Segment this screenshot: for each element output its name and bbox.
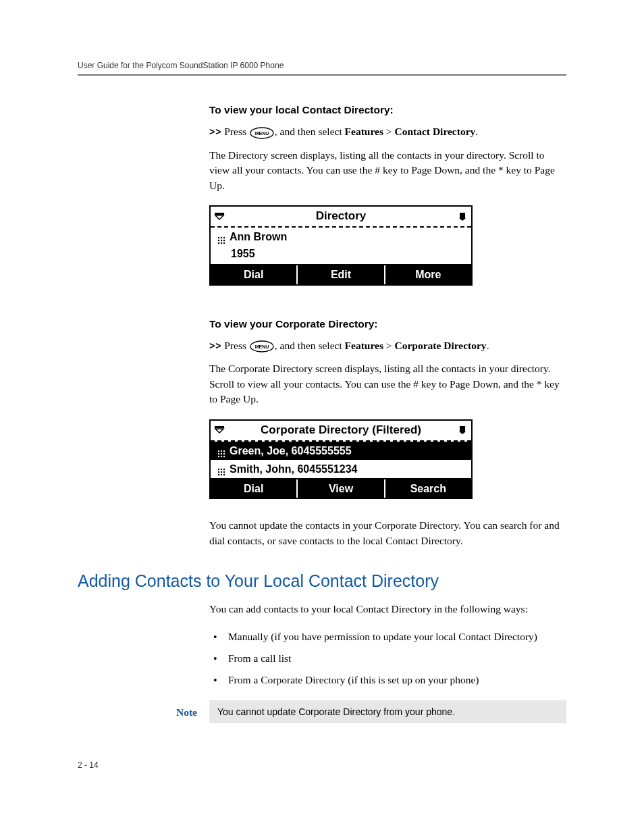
- lcd-row-1: Ann Brown: [211, 228, 471, 246]
- svg-point-22: [223, 453, 225, 454]
- svg-point-18: [221, 450, 222, 452]
- svg-point-17: [218, 450, 219, 452]
- bullet-1: Manually (if you have permission to upda…: [209, 629, 566, 644]
- svg-point-29: [218, 471, 219, 473]
- svg-point-5: [221, 236, 222, 238]
- note-label: Note: [78, 700, 209, 723]
- lcd-title: Directory: [225, 208, 456, 225]
- svg-point-8: [221, 239, 222, 240]
- softkey-dial: Dial: [211, 265, 298, 284]
- step-corpdir: Corporate Directory: [394, 340, 486, 351]
- section-heading: Adding Contacts to Your Local Contact Di…: [78, 571, 566, 591]
- svg-point-4: [218, 236, 219, 238]
- svg-point-10: [218, 242, 219, 243]
- para-intro: You can add contacts to your local Conta…: [209, 602, 566, 617]
- bullet-list: Manually (if you have permission to upda…: [209, 629, 566, 688]
- svg-point-9: [223, 239, 225, 240]
- contact-icon: [217, 465, 225, 473]
- lcd-row-name: Ann Brown: [230, 229, 287, 244]
- lcd-row-text: Smith, John, 6045551234: [230, 461, 357, 477]
- svg-rect-16: [460, 426, 465, 432]
- svg-point-26: [218, 469, 219, 470]
- step-corp: >> Press MENU , and then select Features…: [209, 338, 566, 353]
- svg-text:MENU: MENU: [255, 131, 269, 136]
- step-press: Press: [224, 126, 249, 137]
- para-local: The Directory screen displays, listing a…: [209, 148, 566, 193]
- softkey-view: View: [298, 479, 385, 498]
- step-press: Press: [224, 340, 249, 351]
- svg-point-32: [218, 474, 219, 475]
- contact-icon: [217, 446, 225, 454]
- step-end: .: [487, 340, 489, 351]
- note-block: Note You cannot update Corporate Directo…: [78, 700, 566, 723]
- softkey-more: More: [385, 265, 471, 284]
- svg-point-34: [223, 474, 225, 475]
- svg-point-27: [221, 469, 222, 470]
- svg-point-20: [218, 453, 219, 454]
- softkey-edit: Edit: [298, 265, 385, 284]
- svg-point-11: [221, 242, 222, 243]
- subhead-local-dir: To view your local Contact Directory:: [209, 103, 566, 118]
- para-after-lcd2: You cannot update the contacts in your C…: [209, 518, 566, 548]
- lcd-row-number: 1955: [211, 246, 471, 264]
- svg-point-6: [223, 236, 225, 238]
- scroll-icon: [456, 211, 468, 222]
- softkey-search: Search: [385, 479, 471, 498]
- home-icon: [213, 211, 225, 222]
- home-icon: [213, 425, 225, 436]
- lcd-row-2: Smith, John, 6045551234: [211, 460, 471, 478]
- bullet-2: From a call list: [209, 651, 566, 666]
- step-end: .: [475, 126, 478, 137]
- lcd-title: Corporate Directory (Filtered): [225, 422, 456, 439]
- svg-point-19: [223, 450, 225, 452]
- svg-point-12: [223, 242, 225, 243]
- lcd-row-1: Green, Joe, 6045555555: [211, 442, 471, 460]
- scroll-icon: [456, 425, 468, 436]
- step-gt: >: [383, 126, 395, 137]
- svg-text:MENU: MENU: [255, 344, 269, 349]
- svg-rect-2: [215, 213, 224, 215]
- step-gt: >: [383, 340, 395, 351]
- lcd-corp-directory: Corporate Directory (Filtered) Green, Jo…: [209, 419, 473, 499]
- note-text: You cannot update Corporate Directory fr…: [209, 700, 566, 723]
- svg-point-23: [218, 456, 219, 457]
- svg-point-7: [218, 239, 219, 240]
- menu-key-icon: MENU: [249, 127, 275, 139]
- step-chevron: >>: [209, 340, 221, 351]
- page-number: 2 - 14: [78, 760, 99, 770]
- svg-point-31: [223, 471, 225, 473]
- lcd-directory: Directory Ann Brown 1955: [209, 205, 473, 285]
- svg-rect-3: [460, 213, 465, 218]
- step-local: >> Press MENU , and then select Features…: [209, 124, 566, 139]
- step-after-icon: , and then select: [275, 340, 345, 351]
- lcd-row-text: Green, Joe, 6045555555: [230, 443, 352, 459]
- bullet-3: From a Corporate Directory (if this is s…: [209, 673, 566, 687]
- contact-icon: [217, 233, 225, 241]
- step-chevron: >>: [209, 126, 221, 137]
- svg-point-28: [223, 469, 225, 470]
- svg-point-24: [221, 456, 222, 457]
- svg-point-21: [221, 453, 222, 454]
- menu-key-icon: MENU: [249, 340, 275, 353]
- svg-point-30: [221, 471, 222, 473]
- subhead-corp-dir: To view your Corporate Directory:: [209, 317, 566, 332]
- running-header: User Guide for the Polycom SoundStation …: [78, 61, 566, 76]
- svg-point-33: [221, 474, 222, 475]
- step-features: Features: [345, 340, 383, 351]
- step-after-icon: , and then select: [275, 126, 345, 137]
- step-contactdir: Contact Directory: [394, 126, 475, 137]
- svg-rect-15: [215, 426, 224, 428]
- para-corp: The Corporate Directory screen displays,…: [209, 361, 566, 407]
- step-features: Features: [345, 126, 383, 137]
- svg-point-25: [223, 456, 225, 457]
- softkey-dial: Dial: [211, 479, 298, 498]
